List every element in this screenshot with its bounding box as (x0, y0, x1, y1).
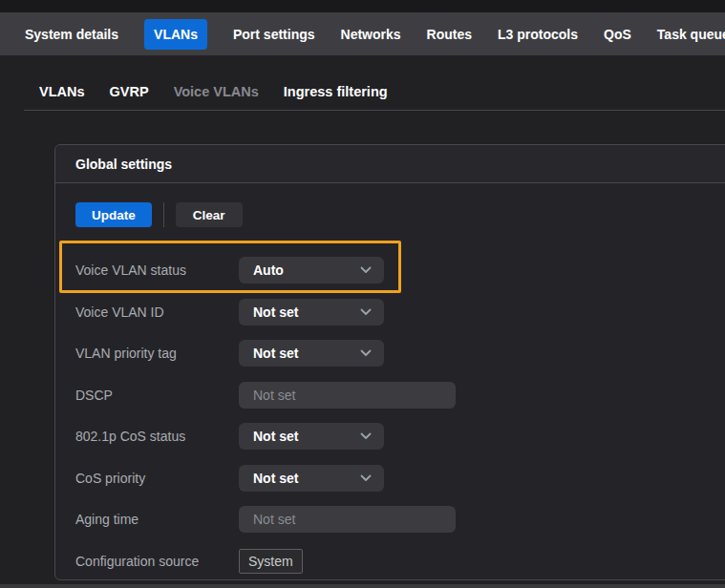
form-row-aging-time: Aging time Not set (75, 506, 725, 533)
form-row-8021p-cos-status: 802.1p CoS status Not set (75, 423, 725, 450)
input-value: Not set (253, 512, 295, 527)
field-label: Configuration source (75, 554, 239, 569)
subtab-vlans[interactable]: VLANs (39, 84, 85, 99)
nav-tab-qos[interactable]: QoS (604, 19, 631, 50)
select-value: Auto (253, 262, 284, 278)
subtab-gvrp[interactable]: GVRP (110, 84, 149, 99)
cos-priority-select[interactable]: Not set (239, 465, 384, 492)
form-row-voice-vlan-id: Voice VLAN ID Not set (75, 299, 725, 326)
tabs-divider (24, 110, 725, 111)
panel-body: Update Clear Voice VLAN status Auto Voic… (55, 183, 725, 575)
chevron-down-icon (360, 432, 372, 440)
button-divider (163, 202, 164, 227)
form-row-dscp: DSCP Not set (75, 382, 725, 409)
nav-tab-system-details[interactable]: System details (25, 19, 118, 50)
panel-title: Global settings (75, 157, 172, 172)
field-label: Voice VLAN status (75, 262, 239, 278)
badge-value: System (248, 554, 293, 569)
form-row-vlan-priority-tag: VLAN priority tag Not set (75, 340, 725, 367)
nav-tab-networks[interactable]: Networks (341, 19, 401, 50)
panel-header: Global settings (55, 145, 725, 183)
field-label: Voice VLAN ID (75, 304, 239, 320)
aging-time-input: Not set (239, 506, 456, 533)
configuration-source-badge: System (239, 549, 303, 574)
main-navigation: System details VLANs Port settings Netwo… (0, 12, 725, 55)
field-label: CoS priority (75, 471, 239, 486)
field-label: VLAN priority tag (75, 346, 239, 361)
select-value: Not set (253, 471, 298, 486)
chevron-down-icon (360, 474, 372, 482)
input-value: Not set (253, 388, 295, 403)
nav-tab-port-settings[interactable]: Port settings (233, 19, 315, 50)
select-value: Not set (253, 304, 298, 320)
dscp-input: Not set (239, 382, 456, 409)
nav-tab-routes[interactable]: Routes (427, 19, 472, 50)
field-label: 802.1p CoS status (75, 429, 239, 444)
field-label: Aging time (75, 512, 239, 527)
voice-vlan-id-select[interactable]: Not set (239, 299, 384, 326)
subtab-ingress-filtering[interactable]: Ingress filtering (284, 84, 388, 99)
chevron-down-icon (360, 266, 372, 274)
form-row-configuration-source: Configuration source System (75, 548, 725, 575)
update-button[interactable]: Update (75, 202, 152, 227)
action-buttons-row: Update Clear (75, 202, 725, 227)
form-row-voice-vlan-status: Voice VLAN status Auto (75, 257, 725, 284)
vlan-priority-tag-select[interactable]: Not set (239, 340, 384, 367)
nav-tab-task-queue[interactable]: Task queue (657, 19, 725, 50)
voice-vlan-status-select[interactable]: Auto (239, 257, 384, 284)
cos-status-select[interactable]: Not set (239, 423, 384, 450)
select-value: Not set (253, 429, 298, 444)
select-value: Not set (253, 346, 298, 361)
nav-tab-l3-protocols[interactable]: L3 protocols (498, 19, 578, 50)
nav-tab-vlans[interactable]: VLANs (144, 19, 207, 50)
global-settings-panel: Global settings Update Clear Voice VLAN … (54, 144, 725, 580)
secondary-tabs: VLANs GVRP Voice VLANs Ingress filtering (39, 76, 388, 107)
subtab-voice-vlans[interactable]: Voice VLANs (174, 84, 259, 99)
chevron-down-icon (360, 308, 372, 316)
bottom-strip (0, 584, 725, 588)
field-label: DSCP (75, 388, 239, 403)
clear-button[interactable]: Clear (176, 202, 243, 227)
top-strip (0, 0, 725, 12)
form-row-cos-priority: CoS priority Not set (75, 465, 725, 492)
chevron-down-icon (360, 349, 372, 357)
